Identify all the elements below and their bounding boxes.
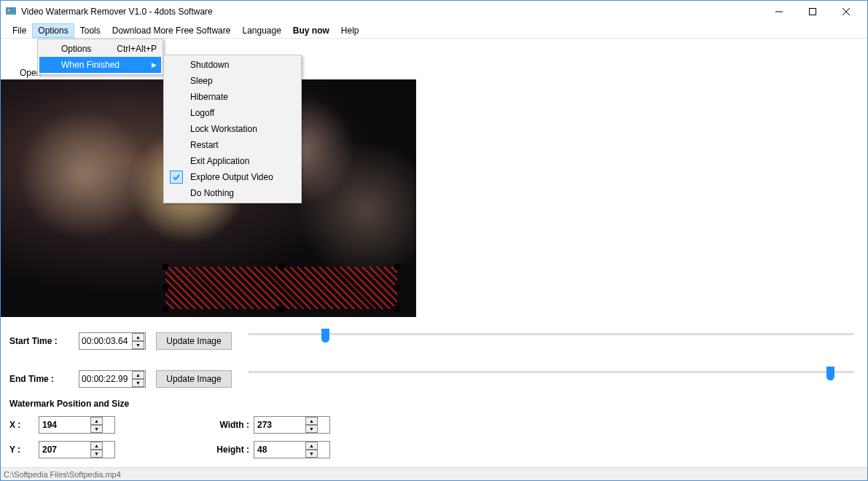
spin-down-icon[interactable]: ▼ xyxy=(305,425,318,433)
app-icon xyxy=(5,6,17,17)
submenu-lock[interactable]: Lock Workstation xyxy=(165,121,300,137)
resize-handle-tr[interactable] xyxy=(394,264,400,270)
options-dropdown: Options Ctrl+Alt+P When Finished ▶ xyxy=(37,39,163,75)
spin-down-icon[interactable]: ▼ xyxy=(90,450,103,458)
menu-options[interactable]: Options xyxy=(32,23,74,38)
when-finished-submenu: Shutdown Sleep Hibernate Logoff Lock Wor… xyxy=(163,55,302,203)
resize-handle-bm[interactable] xyxy=(278,306,284,312)
menu-download[interactable]: Download More Free Software xyxy=(106,23,237,38)
height-spinner[interactable]: ▲▼ xyxy=(254,441,330,458)
menu-language[interactable]: Language xyxy=(236,23,286,38)
submenu-logoff[interactable]: Logoff xyxy=(165,105,300,121)
x-spin-buttons: ▲▼ xyxy=(90,417,103,433)
start-time-slider[interactable] xyxy=(249,328,854,340)
end-time-spinner[interactable]: ▲ ▼ xyxy=(79,370,146,388)
spin-down-icon[interactable]: ▼ xyxy=(132,341,144,349)
width-input[interactable] xyxy=(254,420,305,430)
y-input[interactable] xyxy=(39,445,90,455)
submenu-explore-label: Explore Output Video xyxy=(190,172,273,182)
resize-handle-tl[interactable] xyxy=(163,264,168,270)
submenu-restart-label: Restart xyxy=(190,140,219,150)
submenu-arrow-icon: ▶ xyxy=(152,61,157,69)
start-time-spin-buttons: ▲ ▼ xyxy=(132,333,144,349)
slider-track xyxy=(249,371,854,373)
menu-buy[interactable]: Buy now xyxy=(287,23,335,38)
width-spinner[interactable]: ▲▼ xyxy=(254,416,330,434)
window-title: Video Watermark Remover V1.0 - 4dots Sof… xyxy=(21,7,213,17)
check-icon xyxy=(170,171,183,184)
submenu-shutdown-label: Shutdown xyxy=(190,60,229,70)
start-time-spinner[interactable]: ▲ ▼ xyxy=(79,332,146,350)
watermark-group-title: Watermark Position and Size xyxy=(9,399,330,409)
menu-file[interactable]: File xyxy=(7,23,32,38)
dropdown-when-finished-label: When Finished xyxy=(61,60,120,70)
submenu-shutdown[interactable]: Shutdown xyxy=(165,57,300,73)
spin-up-icon[interactable]: ▲ xyxy=(305,442,318,450)
spin-down-icon[interactable]: ▼ xyxy=(305,450,318,458)
slider-thumb-icon[interactable] xyxy=(826,367,834,380)
spin-up-icon[interactable]: ▲ xyxy=(132,371,144,379)
width-label: Width : xyxy=(203,420,254,430)
spin-down-icon[interactable]: ▼ xyxy=(132,379,144,387)
x-label: X : xyxy=(9,420,39,430)
resize-handle-mr[interactable] xyxy=(394,285,400,291)
window-controls xyxy=(762,1,863,23)
start-time-row: Start Time : ▲ ▼ Update Image xyxy=(9,332,232,351)
submenu-exit[interactable]: Exit Application xyxy=(165,153,300,169)
y-spin-buttons: ▲▼ xyxy=(90,442,103,458)
submenu-restart[interactable]: Restart xyxy=(165,137,300,153)
end-time-label: End Time : xyxy=(9,374,79,384)
start-time-input[interactable] xyxy=(79,336,132,346)
spin-up-icon[interactable]: ▲ xyxy=(132,333,144,341)
resize-handle-bl[interactable] xyxy=(163,306,168,312)
submenu-nothing-label: Do Nothing xyxy=(190,188,234,198)
submenu-nothing[interactable]: Do Nothing xyxy=(165,185,300,201)
height-spin-buttons: ▲▼ xyxy=(305,442,318,458)
resize-handle-ml[interactable] xyxy=(163,285,168,291)
submenu-explore[interactable]: Explore Output Video xyxy=(165,169,300,185)
dropdown-options[interactable]: Options Ctrl+Alt+P xyxy=(39,41,161,57)
menu-tools[interactable]: Tools xyxy=(74,23,106,38)
dropdown-options-shortcut: Ctrl+Alt+P xyxy=(109,44,157,54)
dropdown-options-label: Options xyxy=(61,44,91,54)
resize-handle-tm[interactable] xyxy=(278,264,284,270)
end-time-spin-buttons: ▲ ▼ xyxy=(132,371,144,387)
end-update-button[interactable]: Update Image xyxy=(156,370,232,388)
submenu-sleep-label: Sleep xyxy=(190,76,213,86)
minimize-button[interactable] xyxy=(762,1,796,23)
x-input[interactable] xyxy=(39,420,90,430)
spin-up-icon[interactable]: ▲ xyxy=(90,442,103,450)
slider-track xyxy=(249,333,854,335)
end-time-row: End Time : ▲ ▼ Update Image xyxy=(9,369,232,388)
submenu-lock-label: Lock Workstation xyxy=(190,124,257,134)
start-update-button[interactable]: Update Image xyxy=(156,332,232,350)
slider-thumb-icon[interactable] xyxy=(321,329,329,343)
y-spinner[interactable]: ▲▼ xyxy=(39,441,115,458)
maximize-button[interactable] xyxy=(796,1,829,23)
status-text: C:\Softpedia Files\Softpedia.mp4 xyxy=(4,470,121,479)
close-button[interactable] xyxy=(829,1,863,23)
y-label: Y : xyxy=(9,445,39,455)
submenu-hibernate-label: Hibernate xyxy=(190,92,228,102)
spin-down-icon[interactable]: ▼ xyxy=(90,425,103,433)
spin-up-icon[interactable]: ▲ xyxy=(305,417,318,425)
svg-rect-4 xyxy=(810,9,816,15)
height-label: Height : xyxy=(203,445,254,455)
width-spin-buttons: ▲▼ xyxy=(305,417,318,433)
spin-up-icon[interactable]: ▲ xyxy=(90,417,103,425)
end-time-input[interactable] xyxy=(79,374,132,384)
toolbar: Open xyxy=(8,40,41,79)
menubar: File Options Tools Download More Free So… xyxy=(1,23,867,39)
submenu-sleep[interactable]: Sleep xyxy=(165,73,300,89)
start-time-label: Start Time : xyxy=(9,336,79,346)
resize-handle-br[interactable] xyxy=(394,306,400,312)
submenu-hibernate[interactable]: Hibernate xyxy=(165,89,300,105)
menu-help[interactable]: Help xyxy=(335,23,365,38)
statusbar: C:\Softpedia Files\Softpedia.mp4 xyxy=(1,467,867,480)
x-spinner[interactable]: ▲▼ xyxy=(39,416,115,434)
watermark-position-group: Watermark Position and Size X : ▲▼ Width… xyxy=(9,399,330,458)
watermark-selection[interactable] xyxy=(165,267,397,309)
height-input[interactable] xyxy=(254,445,305,455)
end-time-slider[interactable] xyxy=(249,366,854,378)
dropdown-when-finished[interactable]: When Finished ▶ xyxy=(39,57,161,73)
